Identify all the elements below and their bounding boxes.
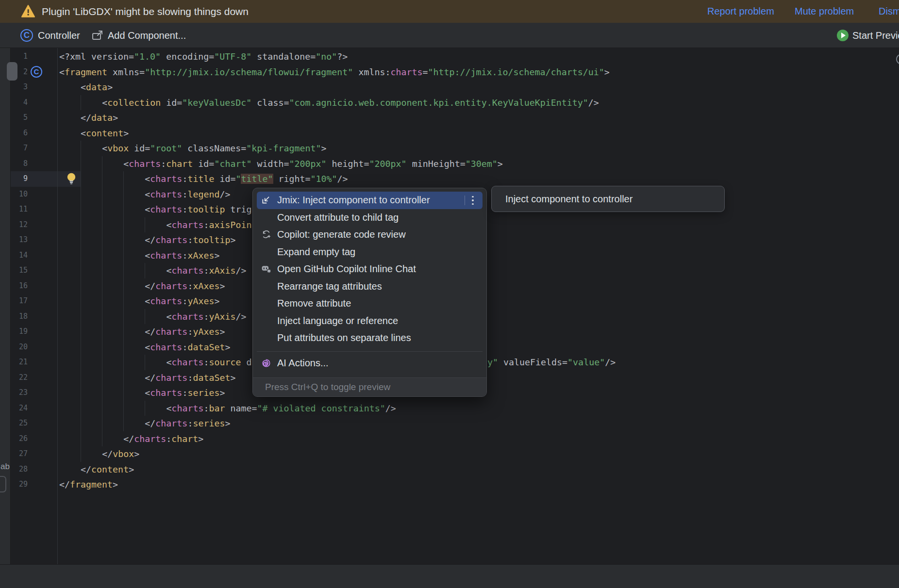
add-component-icon [91, 29, 104, 42]
code-token: < [145, 204, 150, 214]
code-line-17[interactable]: <charts:yAxes> [145, 294, 219, 309]
kebab-icon [472, 196, 474, 205]
code-token: charts [150, 204, 182, 214]
code-line-29[interactable]: </fragment> [59, 477, 118, 492]
code-token: : [182, 204, 187, 214]
code-line-20[interactable]: <charts:dataSet> [145, 340, 230, 355]
intention-item-jmix-inject-component-to-controller[interactable]: Jmix: Inject component to controller [257, 192, 483, 209]
code-token: charts [171, 265, 203, 276]
code-line-26[interactable]: </charts:chart> [123, 431, 203, 447]
code-token: charts [150, 174, 182, 184]
code-token: "root" [150, 143, 182, 153]
code-line-4[interactable]: <collection id="keyValuesDc" class="com.… [102, 95, 599, 111]
code-line-21[interactable]: <charts:source d [166, 355, 251, 370]
code-token: series [187, 388, 219, 398]
code-line-6[interactable]: <content> [81, 126, 129, 141]
line-number-24: 24 [11, 401, 28, 416]
indent-guide [102, 370, 102, 386]
intention-lightbulb-icon[interactable] [65, 172, 78, 186]
code-line-13[interactable]: </charts:tooltip> [145, 232, 235, 248]
code-line-22[interactable]: </charts:dataSet> [145, 370, 235, 386]
code-line-2[interactable]: <fragment xmlns="http://jmix.io/schema/f… [59, 65, 610, 80]
code-token: </ [81, 464, 91, 474]
code-token: y" [487, 357, 498, 367]
indent-guide [102, 416, 102, 431]
code-line-3[interactable]: <data> [81, 80, 113, 95]
code-line-21-tail[interactable]: y" valueFields="value"/> [487, 355, 616, 370]
code-line-15[interactable]: <charts:xAxis/> [166, 263, 246, 278]
indent-guide [123, 385, 124, 401]
intention-item-inject-language-or-reference[interactable]: Inject language or reference [257, 312, 483, 330]
code-line-27[interactable]: </vbox> [102, 446, 139, 462]
code-line-1[interactable]: <?xml version="1.0" encoding="UTF-8" sta… [59, 49, 348, 65]
code-token: "200px" [289, 159, 326, 169]
item-options-kebab[interactable] [465, 192, 483, 209]
banner-link-dismiss[interactable]: Dismiss [879, 0, 899, 23]
indent-guide [123, 324, 124, 340]
code-token: < [166, 403, 171, 413]
intention-item-open-github-copilot-inline-chat[interactable]: Open GitHub Copilot Inline Chat [257, 261, 483, 278]
intention-item-rearrange-tag-attributes[interactable]: Rearrange tag attributes [257, 278, 483, 295]
code-line-8[interactable]: <charts:chart id="chart" width="200px" h… [123, 156, 503, 172]
code-token: charts [134, 434, 166, 444]
code-line-25[interactable]: </charts:series> [145, 416, 230, 431]
add-component-button[interactable]: Add Component... [108, 23, 186, 48]
code-line-28[interactable]: </content> [81, 462, 134, 477]
banner-link-mute-problem[interactable]: Mute problem [795, 0, 854, 23]
code-line-14[interactable]: <charts:xAxes> [145, 248, 219, 263]
code-line-9[interactable]: <charts:title id="title" right="10%"/> [145, 171, 348, 187]
indent-guide [123, 202, 124, 217]
code-token: </ [145, 235, 155, 245]
line-number-6: 6 [11, 126, 28, 141]
code-line-24[interactable]: <charts:bar name="# violated constraints… [166, 401, 396, 416]
code-token: : [203, 220, 209, 230]
intention-item-put-attributes-on-separate-lines[interactable]: Put attributes on separate lines [257, 329, 483, 347]
tool-window-button-partial[interactable] [0, 476, 6, 492]
code-line-16[interactable]: </charts:xAxes> [145, 278, 225, 294]
stripe-drag-handle[interactable] [7, 62, 17, 81]
code-token: tooltip [187, 204, 225, 214]
code-line-23[interactable]: <charts:series> [145, 385, 225, 401]
code-line-5[interactable]: </data> [81, 110, 118, 126]
indent-guide [102, 309, 102, 325]
intention-item-remove-attribute[interactable]: Remove attribute [257, 295, 483, 312]
code-token: title" [241, 174, 273, 184]
code-line-7[interactable]: <vbox id="root" classNames="kpi-fragment… [102, 141, 326, 156]
controller-button[interactable]: Controller [38, 23, 80, 48]
indent-guide [81, 340, 81, 355]
code-token: " [235, 174, 241, 184]
code-token: vbox [113, 449, 134, 459]
icon-spacer [260, 246, 272, 257]
code-token: </ [145, 418, 155, 428]
code-line-18[interactable]: <charts:yAxis/> [166, 309, 246, 325]
notification-banner: Plugin 'LibGDX' might be slowing things … [0, 0, 899, 23]
intention-item-convert-attribute-to-child-tag[interactable]: Convert attribute to child tag [257, 209, 483, 227]
code-token: fragment [65, 67, 107, 77]
code-token: < [166, 357, 171, 367]
code-token: xmlns= [107, 67, 145, 77]
code-line-19[interactable]: </charts:yAxes> [145, 324, 225, 340]
line-number-9: 9 [11, 171, 28, 187]
code-line-12[interactable]: <charts:axisPoin [166, 217, 251, 233]
intention-item-expand-empty-tag[interactable]: Expand empty tag [257, 244, 483, 261]
code-token: /> [588, 98, 599, 108]
floating-action-icon-partial[interactable] [896, 54, 899, 65]
code-token: </ [145, 327, 155, 337]
intention-item-label: Open GitHub Copilot Inline Chat [277, 263, 416, 275]
popup-footer-hint: Press Ctrl+Q to toggle preview [253, 377, 486, 396]
code-token: </ [145, 373, 155, 383]
gutter-controller-icon[interactable]: C [31, 66, 42, 78]
indent-guide [81, 248, 81, 263]
banner-link-report-problem[interactable]: Report problem [707, 0, 774, 23]
indent-guide [81, 156, 81, 172]
intention-item-ai-actions[interactable]: AI Actions... [257, 355, 483, 372]
code-line-10[interactable]: <charts:legend/> [145, 187, 230, 202]
code-line-11[interactable]: <charts:tooltip trig [145, 202, 251, 217]
indent-guide [102, 340, 102, 355]
line-number-13: 13 [11, 232, 28, 248]
code-token: yAxis [209, 311, 235, 322]
intention-item-copilot-generate-code-review[interactable]: Copilot: generate code review [257, 226, 483, 244]
line-number-22: 22 [11, 370, 28, 386]
line-number-15: 15 [11, 263, 28, 278]
code-token: < [81, 128, 86, 138]
